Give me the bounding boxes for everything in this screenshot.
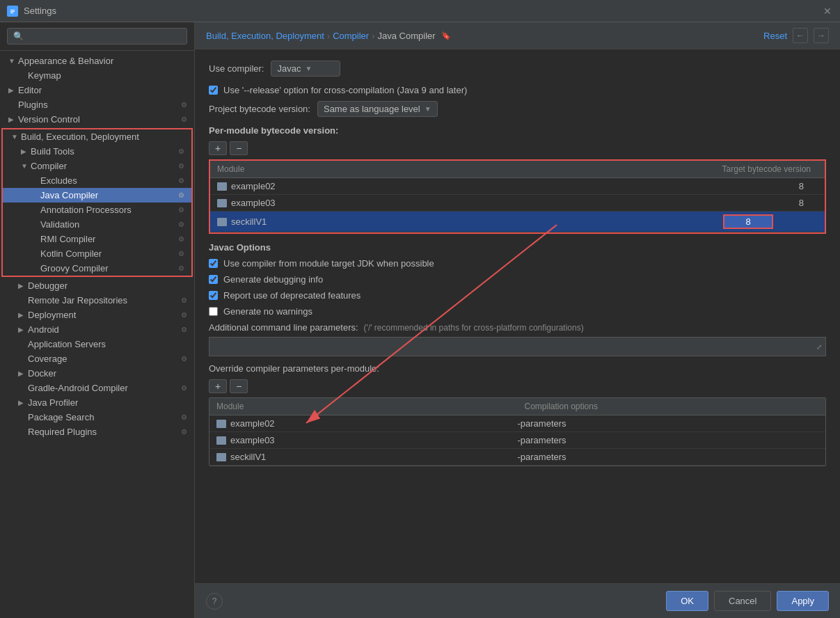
add-module-button[interactable]: +	[209, 141, 227, 155]
sidebar-item-required-plugins[interactable]: Required Plugins ⚙	[0, 425, 194, 439]
sidebar-item-plugins[interactable]: Plugins ⚙	[0, 97, 194, 112]
settings-window: Settings ✕ ▼ Appearance & Behavior Keyma…	[0, 0, 840, 618]
sidebar-item-label: Version Control	[18, 114, 179, 125]
override-module-name: example02	[230, 418, 275, 429]
svg-rect-2	[10, 11, 15, 12]
search-box	[0, 22, 194, 51]
table-row[interactable]: example03 8	[210, 195, 825, 212]
use-release-checkbox[interactable]	[209, 86, 218, 95]
breadcrumb: Build, Execution, Deployment › Compiler …	[195, 22, 840, 49]
override-options-cell: -parameters	[518, 435, 819, 445]
right-panel: Build, Execution, Deployment › Compiler …	[195, 22, 840, 618]
sidebar-item-editor[interactable]: ▶ Editor	[0, 83, 194, 97]
sidebar-item-remote-jar[interactable]: Remote Jar Repositories ⚙	[0, 293, 194, 308]
expand-icon[interactable]: ⤢	[816, 343, 822, 351]
expand-arrow: ▼	[21, 162, 31, 170]
sidebar-item-package-search[interactable]: Package Search ⚙	[0, 410, 194, 425]
table-row[interactable]: seckillV1 8	[210, 212, 825, 232]
sidebar-item-deployment[interactable]: ▶ Deployment ⚙	[0, 308, 194, 322]
breadcrumb-part1[interactable]: Build, Execution, Deployment	[206, 31, 324, 41]
sidebar-item-label: Keymap	[28, 70, 189, 81]
gear-icon: ⚙	[176, 176, 186, 186]
sidebar-item-label: Android	[28, 324, 179, 335]
help-button[interactable]: ?	[206, 593, 223, 610]
cmdline-label-row: Additional command line parameters: ('/'…	[209, 322, 826, 333]
generate-debug-checkbox[interactable]	[209, 275, 218, 284]
no-warnings-label: Generate no warnings	[223, 306, 312, 317]
sidebar-item-debugger[interactable]: ▶ Debugger	[0, 278, 194, 293]
sidebar-item-kotlin[interactable]: Kotlin Compiler ⚙	[3, 246, 191, 261]
javac-options-title: Javac Options	[209, 242, 826, 253]
expand-arrow: ▼	[8, 57, 18, 65]
sidebar-item-label: Package Search	[28, 412, 179, 422]
cmdline-input[interactable]	[209, 337, 826, 356]
sidebar-item-android[interactable]: ▶ Android ⚙	[0, 322, 194, 337]
sidebar-item-label: Gradle-Android Compiler	[28, 383, 179, 393]
main-area: ▼ Appearance & Behavior Keymap ▶ Editor …	[0, 22, 840, 618]
back-button[interactable]: ←	[793, 28, 808, 43]
report-deprecated-checkbox[interactable]	[209, 291, 218, 300]
override-options-cell: -parameters	[518, 452, 819, 462]
sidebar-item-build-exec[interactable]: ▼ Build, Execution, Deployment	[3, 129, 191, 144]
svg-rect-1	[10, 10, 15, 10]
override-table-row[interactable]: example02 -parameters	[209, 415, 825, 432]
sidebar-item-label: Kotlin Compiler	[40, 248, 176, 259]
sidebar-item-label: Groovy Compiler	[40, 263, 176, 274]
sidebar-item-label: Java Profiler	[28, 397, 189, 408]
ok-button[interactable]: OK	[666, 591, 708, 611]
module-cell: example03	[217, 198, 679, 208]
close-button[interactable]: ✕	[822, 6, 833, 17]
no-warnings-checkbox[interactable]	[209, 307, 218, 316]
sidebar-item-gradle-android[interactable]: Gradle-Android Compiler ⚙	[0, 381, 194, 395]
sidebar-item-label: Annotation Processors	[40, 205, 176, 215]
expand-arrow: ▼	[11, 133, 21, 141]
use-compiler-jdk-row: Use compiler from module target JDK when…	[209, 258, 826, 269]
bytecode-select[interactable]: Same as language level ▼	[317, 101, 438, 117]
sidebar-item-validation[interactable]: Validation ⚙	[3, 217, 191, 232]
sidebar-item-excludes[interactable]: Excludes ⚙	[3, 173, 191, 188]
gear-icon: ⚙	[179, 354, 189, 364]
remove-override-button[interactable]: −	[230, 379, 248, 393]
sidebar-item-coverage[interactable]: Coverage ⚙	[0, 351, 194, 366]
sidebar-item-compiler[interactable]: ▼ Compiler ⚙	[3, 159, 191, 173]
sidebar-item-label: Build Tools	[31, 146, 176, 157]
sidebar-item-rmi[interactable]: RMI Compiler ⚙	[3, 232, 191, 246]
sidebar-item-label: RMI Compiler	[40, 234, 176, 244]
breadcrumb-part2[interactable]: Compiler	[333, 31, 369, 41]
titlebar: Settings ✕	[0, 0, 840, 22]
per-module-table: Module Target bytecode version example02…	[210, 161, 825, 232]
remove-module-button[interactable]: −	[230, 141, 248, 155]
use-compiler-jdk-checkbox[interactable]	[209, 259, 218, 268]
apply-button[interactable]: Apply	[777, 591, 829, 611]
svg-rect-3	[10, 13, 13, 13]
sidebar-item-groovy[interactable]: Groovy Compiler ⚙	[3, 261, 191, 276]
sidebar-item-docker[interactable]: ▶ Docker	[0, 366, 194, 381]
sidebar-item-label: Plugins	[18, 100, 179, 110]
cancel-button[interactable]: Cancel	[714, 591, 771, 611]
version-selected-value: 8	[723, 214, 772, 229]
reset-button[interactable]: Reset	[763, 31, 787, 41]
sidebar-item-label: Required Plugins	[28, 427, 179, 437]
sidebar-item-appearance[interactable]: ▼ Appearance & Behavior	[0, 54, 194, 68]
add-override-button[interactable]: +	[209, 379, 227, 393]
sidebar-item-java-profiler[interactable]: ▶ Java Profiler	[0, 395, 194, 410]
expand-arrow: ▶	[8, 116, 18, 123]
forward-button[interactable]: →	[814, 28, 829, 43]
sidebar-item-java-compiler[interactable]: Java Compiler ⚙	[3, 188, 191, 203]
sidebar-item-label: Coverage	[28, 354, 179, 364]
compiler-select[interactable]: Javac ▼	[271, 61, 340, 77]
sidebar-item-keymap[interactable]: Keymap	[0, 68, 194, 83]
bookmark-icon: 🔖	[441, 31, 451, 40]
sidebar-item-label: Remote Jar Repositories	[28, 295, 179, 306]
sidebar-item-version-control[interactable]: ▶ Version Control ⚙	[0, 112, 194, 127]
override-table-row[interactable]: seckillV1 -parameters	[209, 449, 825, 466]
override-table-row[interactable]: example03 -parameters	[209, 432, 825, 449]
report-deprecated-row: Report use of deprecated features	[209, 290, 826, 301]
module-table-toolbar: + −	[209, 141, 826, 155]
version-col-header: Target bytecode version	[686, 161, 825, 177]
sidebar-item-build-tools[interactable]: ▶ Build Tools ⚙	[3, 144, 191, 159]
table-row[interactable]: example02 8	[210, 178, 825, 195]
sidebar-item-annotation[interactable]: Annotation Processors ⚙	[3, 203, 191, 217]
search-input[interactable]	[7, 28, 187, 45]
sidebar-item-app-servers[interactable]: Application Servers	[0, 337, 194, 351]
